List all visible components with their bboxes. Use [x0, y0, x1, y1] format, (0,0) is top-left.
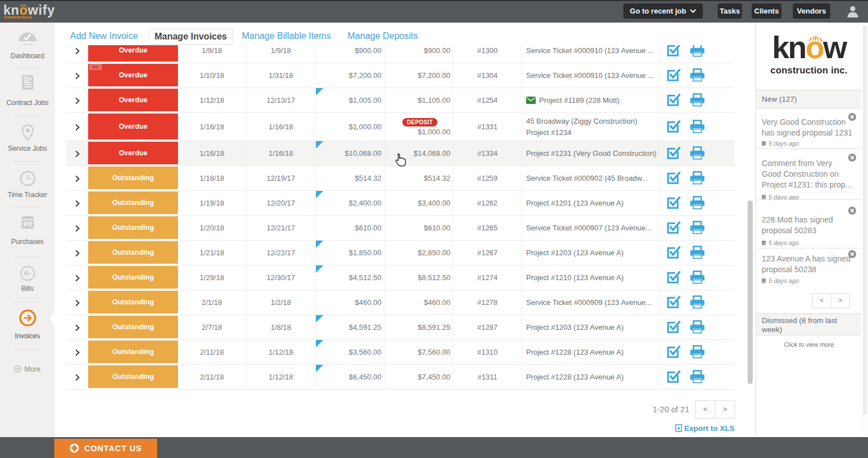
svg-text:PO: PO: [23, 221, 32, 228]
